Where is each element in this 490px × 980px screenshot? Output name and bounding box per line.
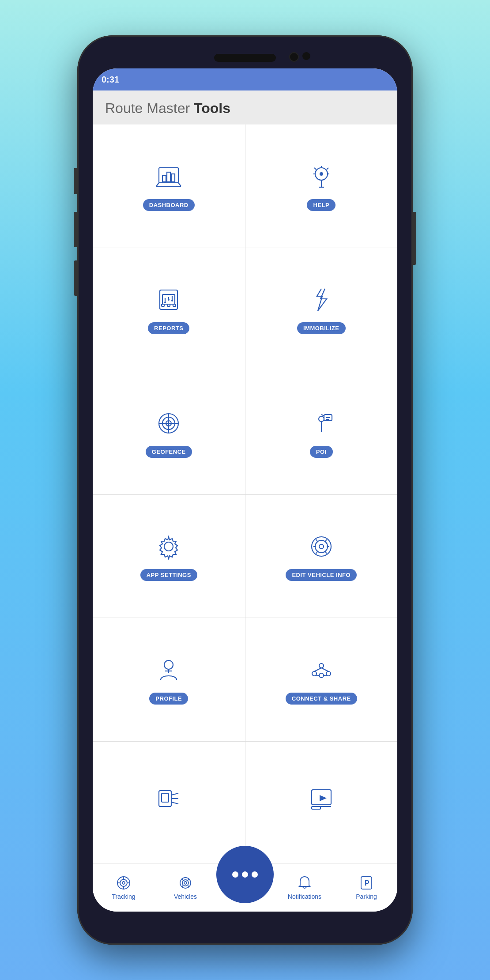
geofence-cell[interactable]: GEOFENCE	[93, 371, 245, 494]
nav-notifications[interactable]: Notifications	[274, 875, 335, 900]
svg-point-77	[182, 880, 188, 886]
nav-vehicles[interactable]: Vehicles	[155, 875, 216, 900]
svg-point-78	[184, 882, 187, 884]
geofence-icon	[153, 408, 184, 439]
svg-point-23	[171, 300, 173, 302]
app-settings-label: APP SETTINGS	[140, 569, 197, 581]
vehicles-icon	[177, 875, 193, 891]
immobilize-icon	[306, 284, 337, 315]
status-bar: 0:31	[93, 68, 397, 90]
svg-text:P: P	[365, 879, 369, 887]
share-icon	[306, 655, 337, 686]
svg-rect-4	[162, 176, 166, 182]
geofence-label: GEOFENCE	[146, 446, 192, 458]
svg-marker-66	[320, 795, 327, 801]
app-title-bold: Tools	[194, 100, 230, 116]
nav-center-button[interactable]	[216, 846, 274, 903]
svg-line-38	[321, 415, 324, 416]
svg-line-58	[314, 675, 320, 676]
connect-share-label: CONNECT & SHARE	[286, 693, 357, 705]
help-cell[interactable]: HELP	[245, 124, 398, 248]
svg-line-64	[171, 802, 178, 804]
svg-rect-27	[173, 304, 176, 306]
svg-rect-5	[167, 172, 170, 182]
tracking-label: Tracking	[112, 893, 135, 900]
profile-label: PROFILE	[149, 693, 188, 705]
phone-frame: 0:31 Route Master Tools	[77, 35, 413, 945]
playback-icon	[306, 783, 337, 814]
svg-line-2	[178, 183, 181, 186]
dashboard-label: DASHBOARD	[143, 199, 195, 211]
edit-vehicle-label: EDIT VEHICLE INFO	[286, 569, 357, 581]
vehicle-icon	[306, 531, 337, 562]
vehicles-label: Vehicles	[174, 893, 197, 900]
help-icon	[306, 161, 337, 192]
nav-tracking[interactable]: Tracking	[93, 875, 155, 900]
reports-icon	[153, 284, 184, 315]
svg-line-62	[171, 793, 178, 795]
phone-camera-1	[289, 52, 299, 62]
parking-label: Parking	[356, 893, 377, 900]
app-header: Route Master Tools	[93, 90, 397, 124]
immobilize-label: IMMOBILIZE	[297, 322, 346, 334]
messages-cell[interactable]	[93, 742, 245, 863]
svg-point-71	[122, 882, 125, 884]
volume-up-button	[74, 168, 77, 194]
profile-icon	[153, 655, 184, 686]
app-settings-cell[interactable]: APP SETTINGS	[93, 495, 245, 618]
tools-grid: DASHBOARD	[93, 124, 397, 863]
svg-rect-26	[167, 304, 170, 306]
poi-label: POI	[310, 446, 333, 458]
help-label: HELP	[307, 199, 335, 211]
playback-cell[interactable]	[245, 742, 398, 863]
edit-vehicle-cell[interactable]: EDIT VEHICLE INFO	[245, 495, 398, 618]
svg-rect-61	[162, 793, 169, 802]
tracking-icon	[116, 875, 132, 891]
dot-3	[252, 871, 258, 878]
nav-parking[interactable]: P Parking	[335, 875, 397, 900]
svg-point-21	[168, 299, 170, 301]
svg-point-70	[120, 879, 127, 886]
notifications-icon	[297, 875, 313, 891]
notifications-label: Notifications	[288, 893, 321, 900]
dashboard-cell[interactable]: DASHBOARD	[93, 124, 245, 248]
svg-rect-0	[159, 168, 178, 183]
volume-down-button	[74, 212, 77, 247]
app-title-light: Route Master	[105, 100, 194, 116]
profile-cell[interactable]: PROFILE	[93, 618, 245, 741]
phone-speaker	[214, 54, 276, 62]
dashboard-icon	[153, 161, 184, 192]
power-button	[413, 212, 416, 265]
svg-point-76	[180, 878, 191, 888]
svg-point-54	[326, 671, 331, 676]
dot-1	[232, 871, 238, 878]
svg-rect-68	[312, 807, 320, 809]
svg-point-33	[319, 416, 324, 422]
svg-point-41	[315, 540, 328, 553]
svg-line-16	[327, 168, 328, 170]
silent-button	[74, 260, 77, 296]
svg-point-12	[320, 172, 323, 176]
svg-line-59	[323, 675, 328, 676]
parking-icon: P	[358, 875, 374, 891]
svg-point-53	[312, 671, 317, 676]
poi-icon	[306, 408, 337, 439]
bottom-nav: Tracking Vehicles	[93, 863, 397, 912]
svg-line-1	[156, 183, 159, 186]
reports-label: REPORTS	[148, 322, 189, 334]
svg-rect-25	[162, 304, 164, 306]
svg-point-19	[164, 302, 166, 303]
phone-camera-2	[302, 52, 310, 60]
status-time: 0:31	[102, 75, 119, 85]
app-title: Route Master Tools	[105, 100, 385, 117]
svg-point-42	[319, 544, 324, 549]
poi-cell[interactable]: POI	[245, 371, 398, 494]
svg-rect-6	[171, 174, 175, 182]
immobilize-cell[interactable]: IMMOBILIZE	[245, 248, 398, 371]
connect-share-cell[interactable]: CONNECT & SHARE	[245, 618, 398, 741]
svg-line-56	[314, 668, 321, 671]
screen: 0:31 Route Master Tools	[93, 68, 397, 912]
reports-cell[interactable]: REPORTS	[93, 248, 245, 371]
dot-2	[242, 871, 248, 878]
svg-point-55	[319, 673, 324, 678]
